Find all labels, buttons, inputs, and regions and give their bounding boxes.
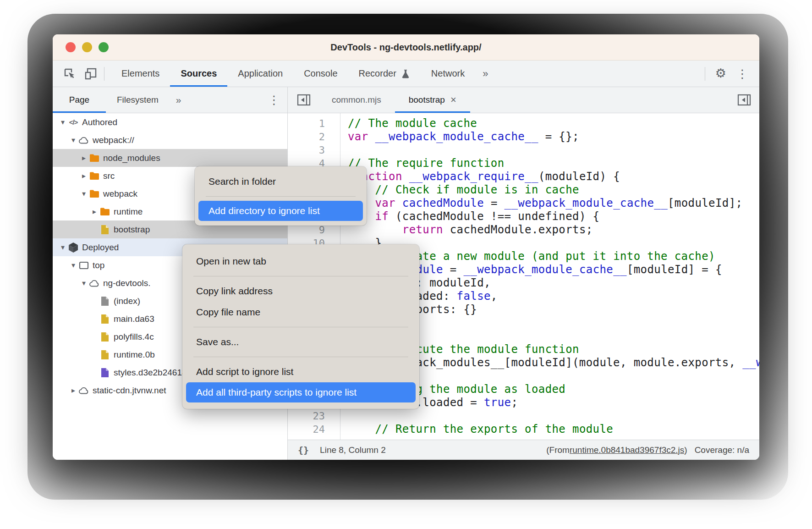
flask-icon	[401, 69, 410, 79]
settings-gear-icon[interactable]: ⚙	[715, 67, 726, 80]
tree-item-label: bootstrap	[114, 225, 150, 235]
code-token: = {};	[538, 130, 579, 143]
tab-application[interactable]: Application	[227, 61, 293, 87]
close-window-button[interactable]	[66, 42, 76, 52]
code-line: 23	[288, 409, 759, 423]
code-token: // Create a new module (and put it into …	[375, 250, 715, 263]
code-token: return	[402, 223, 443, 236]
navigator-tabs: Page Filesystem » ⋮	[53, 87, 287, 113]
hide-navigator-icon[interactable]	[288, 87, 318, 113]
tree-item-label: node_modules	[103, 153, 160, 163]
folder-icon	[99, 207, 110, 216]
devtools-toolbar: Elements Sources Application Console Rec…	[53, 61, 759, 87]
line-number: 24	[288, 423, 340, 436]
sourcemap-source-link[interactable]: runtime.0b841bad3967f3c2.js	[570, 445, 684, 455]
code-text	[340, 143, 348, 157]
menu-item-copy-link-address[interactable]: Copy link address	[182, 281, 419, 302]
code-text: // Return the exports of the module	[340, 423, 613, 436]
menu-item-copy-file-name[interactable]: Copy file name	[182, 302, 419, 323]
cube-icon	[68, 242, 79, 253]
menu-separator	[193, 276, 408, 276]
chevron-down-icon[interactable]: ▾	[70, 136, 77, 144]
tree-item-node-modules[interactable]: ▸ node_modules	[53, 149, 287, 167]
chevron-down-icon[interactable]: ▾	[59, 243, 66, 252]
minimize-window-button[interactable]	[82, 42, 92, 52]
toolbar-divider	[705, 67, 705, 81]
status-right: (From runtime.0b841bad3967f3c2.js) Cover…	[546, 445, 749, 455]
tree-item-label: webpack://	[93, 135, 134, 145]
code-token: [moduleId];	[668, 197, 742, 209]
toolbar-left-icons	[53, 61, 104, 87]
traffic-lights	[66, 34, 109, 60]
tab-label: Console	[304, 68, 337, 79]
chevron-down-icon[interactable]: ▾	[70, 261, 77, 270]
tab-recorder[interactable]: Recorder	[348, 61, 421, 87]
code-brackets-icon: </>	[68, 118, 79, 126]
line-number: 3	[288, 143, 340, 157]
code-token: // Return the exports of the module	[375, 423, 613, 435]
menu-item-search-in-folder[interactable]: Search in folder	[195, 171, 367, 192]
tab-console[interactable]: Console	[293, 61, 348, 87]
tab-page[interactable]: Page	[53, 87, 106, 113]
tree-item-webpack-origin[interactable]: ▾ webpack://	[53, 131, 287, 149]
line-number: 1	[288, 117, 340, 130]
code-token	[402, 170, 409, 183]
code-token: __webpack_require__	[742, 356, 759, 369]
chevron-down-icon[interactable]: ▾	[80, 279, 88, 287]
tab-network[interactable]: Network	[421, 61, 475, 87]
menu-separator	[193, 327, 408, 327]
editor-tab-bootstrap[interactable]: bootstrap ×	[395, 87, 470, 113]
script-file-icon	[99, 224, 110, 235]
menu-item-add-script-to-ignore-list[interactable]: Add script to ignore list	[182, 361, 419, 382]
menu-item-add-directory-to-ignore-list[interactable]: Add directory to ignore list	[198, 201, 363, 221]
tree-item-label: ng-devtools.	[103, 278, 151, 288]
navigator-kebab-icon[interactable]: ⋮	[268, 87, 287, 113]
main-menu-kebab-icon[interactable]: ⋮	[736, 68, 748, 80]
menu-item-label: Add directory to ignore list	[208, 205, 320, 216]
script-file-icon	[99, 331, 110, 342]
chevron-right-icon[interactable]: ▸	[91, 207, 98, 216]
code-line: 3	[288, 143, 759, 157]
tab-label: Application	[238, 68, 283, 79]
folder-context-menu: Search in folder Add directory to ignore…	[195, 166, 367, 226]
code-token: if	[375, 210, 389, 223]
toolbar-divider	[104, 67, 104, 81]
chevron-down-icon[interactable]: ▾	[80, 189, 88, 198]
editor-tab-common-mjs[interactable]: common.mjs	[318, 87, 395, 113]
editor-tab-bar: common.mjs bootstrap ×	[288, 87, 759, 113]
more-navigator-tabs-chevron-icon[interactable]: »	[170, 87, 188, 113]
tree-item-authored[interactable]: ▾ </> Authored	[53, 113, 287, 131]
tab-elements[interactable]: Elements	[111, 61, 170, 87]
code-token: =	[443, 263, 464, 276]
inspect-element-icon[interactable]	[63, 67, 77, 81]
cloud-icon	[89, 279, 100, 287]
code-text: // The module cache	[340, 117, 477, 130]
folder-icon	[89, 189, 100, 198]
more-panels-chevron-icon[interactable]: »	[475, 61, 495, 87]
menu-item-save-as[interactable]: Save as...	[182, 331, 419, 353]
window-title: DevTools - ng-devtools.netlify.app/	[53, 42, 759, 53]
code-token: (moduleId) {	[538, 170, 620, 183]
chevron-down-icon[interactable]: ▾	[59, 118, 66, 127]
chevron-right-icon[interactable]: ▸	[80, 171, 88, 180]
tab-label: Network	[431, 68, 465, 79]
menu-item-open-in-new-tab[interactable]: Open in new tab	[182, 251, 419, 272]
tab-filesystem[interactable]: Filesystem	[106, 87, 170, 113]
code-text	[340, 409, 348, 423]
sourcemap-from-suffix: )	[684, 445, 687, 455]
close-tab-icon[interactable]: ×	[450, 95, 456, 105]
chevron-right-icon[interactable]: ▸	[70, 386, 77, 395]
zoom-window-button[interactable]	[99, 42, 109, 52]
editor-tab-label: bootstrap	[409, 95, 445, 105]
title-bar[interactable]: DevTools - ng-devtools.netlify.app/	[53, 34, 759, 61]
chevron-right-icon[interactable]: ▸	[80, 154, 88, 162]
code-token: cachedModule	[402, 197, 484, 209]
collapse-panel-icon[interactable]	[737, 87, 759, 113]
pretty-print-icon[interactable]: {}	[298, 445, 309, 456]
device-toolbar-icon[interactable]	[84, 67, 98, 81]
file-context-menu: Open in new tab Copy link address Copy f…	[182, 244, 419, 409]
tab-label: Elements	[121, 68, 159, 79]
menu-item-add-all-third-party-scripts[interactable]: Add all third-party scripts to ignore li…	[186, 382, 416, 402]
tree-item-label: runtime	[114, 207, 143, 217]
tab-sources[interactable]: Sources	[170, 61, 227, 87]
